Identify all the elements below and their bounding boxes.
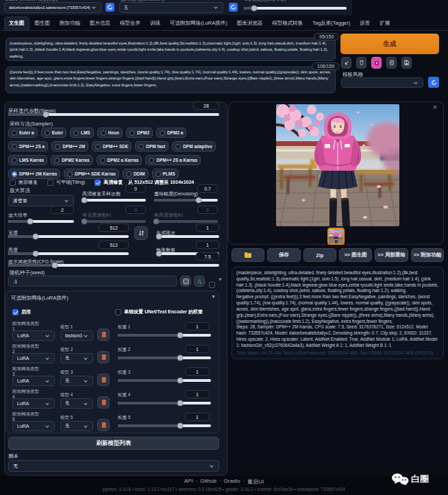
lora-weight-slider[interactable] — [118, 424, 211, 427]
footer-link-1[interactable]: API — [184, 478, 193, 485]
lora-weight-slider[interactable] — [118, 357, 211, 359]
sampler-option[interactable]: DPM2 a — [156, 128, 186, 138]
resize-w-slider[interactable] — [82, 220, 146, 223]
hires-steps-slider[interactable] — [82, 199, 146, 202]
upscale-by-slider[interactable] — [8, 220, 74, 223]
sampler-option[interactable]: DPM2 — [126, 128, 153, 138]
clear-prompt-button[interactable] — [356, 57, 366, 69]
tab-1[interactable]: 文生图 — [4, 16, 29, 30]
tab-2[interactable]: 图生图 — [31, 17, 55, 30]
lora-collapse-arrow[interactable]: ▼ — [211, 294, 216, 299]
lora-model-dropdown[interactable]: 无 — [60, 353, 93, 363]
tiling-checkbox[interactable] — [47, 180, 53, 186]
seed-input[interactable]: -1 — [8, 276, 177, 287]
lora-weight-slider[interactable] — [118, 402, 211, 405]
styles-dropdown[interactable] — [341, 77, 423, 88]
reuse-seed-button[interactable] — [194, 276, 205, 287]
cfg-value[interactable]: 7.5 — [196, 252, 219, 261]
sampler-option[interactable]: LMS — [70, 128, 94, 138]
tab-3[interactable]: 附加功能 — [55, 17, 84, 30]
lora-enable-checkbox[interactable] — [12, 309, 18, 315]
lora-weight-value[interactable]: 1 — [185, 345, 210, 353]
prompt-input[interactable]: (masterpiece, sidelighting, ultra-detail… — [5, 38, 336, 61]
sampler-option[interactable]: Euler — [41, 128, 66, 138]
script-dropdown[interactable]: 无 — [8, 460, 219, 472]
clip-skip-slider[interactable] — [244, 7, 347, 10]
sampler-option[interactable]: DPM2 Karras — [51, 155, 92, 165]
footer-link-2[interactable]: Github — [200, 478, 216, 485]
tab-4[interactable]: 图片信息 — [86, 17, 114, 30]
extra-networks-button[interactable] — [371, 57, 382, 69]
sampler-option[interactable]: DPM adaptive — [172, 141, 216, 152]
batch-size-value[interactable]: 1 — [196, 241, 219, 249]
close-gallery-icon[interactable]: × — [433, 104, 437, 111]
batch-count-value[interactable]: 1 — [196, 224, 219, 232]
restore-faces-checkbox[interactable] — [10, 180, 16, 186]
lora-model-info-button[interactable] — [97, 396, 110, 409]
sampler-option[interactable]: DDIM — [123, 169, 149, 179]
gallery-thumbnail[interactable] — [327, 228, 345, 245]
sampler-option[interactable]: DPM++ SDE Karras — [64, 169, 119, 179]
sampler-option[interactable]: LMS Karras — [8, 155, 47, 165]
lora-model-dropdown[interactable]: 无 — [60, 398, 93, 409]
upscaler-dropdown[interactable]: 潜变量 — [8, 195, 74, 206]
tab-11[interactable]: 设置 — [356, 17, 374, 30]
open-folder-button[interactable] — [232, 248, 264, 262]
refresh-styles-button[interactable] — [428, 77, 439, 88]
tab-7[interactable]: 可选附加网络(LoRA插件) — [166, 17, 232, 30]
denoising-value[interactable]: 0.7 — [197, 184, 218, 193]
lora-separate-checkbox[interactable] — [115, 309, 121, 315]
lora-type-dropdown[interactable]: LoRA — [12, 398, 55, 409]
steps-slider[interactable] — [8, 113, 219, 116]
lora-type-dropdown[interactable]: LoRA — [12, 330, 55, 341]
tab-12[interactable]: 扩展 — [375, 17, 394, 30]
lora-weight-slider[interactable] — [118, 379, 211, 382]
sampler-option[interactable]: DPM++ SDE — [92, 141, 132, 152]
footer-link-3[interactable]: Gradio — [224, 478, 240, 485]
refresh-models-button[interactable]: 刷新模型列表 — [8, 437, 219, 450]
width-slider[interactable] — [8, 235, 129, 238]
gallery-button-4[interactable]: >> 局部重绘 — [375, 248, 408, 262]
cfg-slider[interactable] — [8, 264, 219, 267]
generated-image[interactable] — [276, 104, 399, 226]
lora-model-dropdown[interactable]: fashionG — [60, 330, 93, 341]
sampler-option[interactable]: DPM2 a Karras — [97, 155, 142, 165]
negative-prompt-input[interactable]: (((extra feet))),3 feet,more than two fe… — [5, 67, 336, 93]
sampler-option[interactable]: Euler a — [8, 128, 38, 138]
hires-checkbox[interactable] — [95, 180, 101, 186]
sampler-option[interactable]: DPM fast — [135, 141, 169, 152]
refresh-checkpoint-button[interactable] — [105, 3, 114, 12]
resize-h-slider[interactable] — [154, 220, 218, 223]
sampler-option[interactable]: DPM++ 2M — [51, 141, 88, 152]
seed-collapse-arrow[interactable]: ▼ — [218, 277, 223, 282]
tab-10[interactable]: Tag反推(Tagger) — [308, 17, 354, 30]
apply-style-button[interactable] — [386, 57, 397, 69]
random-seed-button[interactable] — [180, 276, 191, 287]
lora-type-dropdown[interactable]: LoRA — [12, 421, 55, 431]
tab-5[interactable]: 模型合并 — [116, 17, 145, 30]
footer-link-4[interactable]: 重启UI — [247, 478, 264, 485]
gallery-button-2[interactable]: Zip — [303, 248, 336, 262]
resize-w-value[interactable]: 0 — [125, 206, 146, 214]
resize-h-value[interactable]: 0 — [197, 206, 218, 214]
lora-type-dropdown[interactable]: LoRA — [12, 376, 55, 386]
lora-model-dropdown[interactable]: 无 — [60, 376, 93, 386]
lora-weight-slider[interactable] — [118, 334, 211, 337]
lora-weight-value[interactable]: 1 — [185, 367, 210, 376]
lora-model-dropdown[interactable]: 无 — [60, 421, 93, 431]
extra-seed-checkbox[interactable] — [209, 282, 215, 288]
tab-6[interactable]: 训练 — [146, 17, 164, 30]
height-value[interactable]: 512 — [99, 241, 129, 249]
sampler-option[interactable]: PLMS — [152, 169, 179, 179]
gallery-button-5[interactable]: >> 附加功能 — [411, 248, 444, 262]
upscale-by-value[interactable]: 2 — [51, 206, 74, 214]
sampler-option[interactable]: DPM++ 2M Karras — [8, 169, 60, 179]
gallery-button-3[interactable]: >> 图生图 — [339, 248, 372, 262]
sampler-option[interactable]: Heun — [97, 128, 123, 138]
lora-model-info-button[interactable] — [97, 419, 110, 431]
sampler-option[interactable]: DPM++ 2S a — [8, 141, 48, 152]
generate-button[interactable]: 生成 — [340, 34, 439, 54]
save-style-button[interactable] — [401, 57, 412, 69]
gallery-button-1[interactable]: 保存 — [267, 248, 300, 262]
sampler-option[interactable]: DPM++ 2S a Karras — [145, 155, 201, 165]
